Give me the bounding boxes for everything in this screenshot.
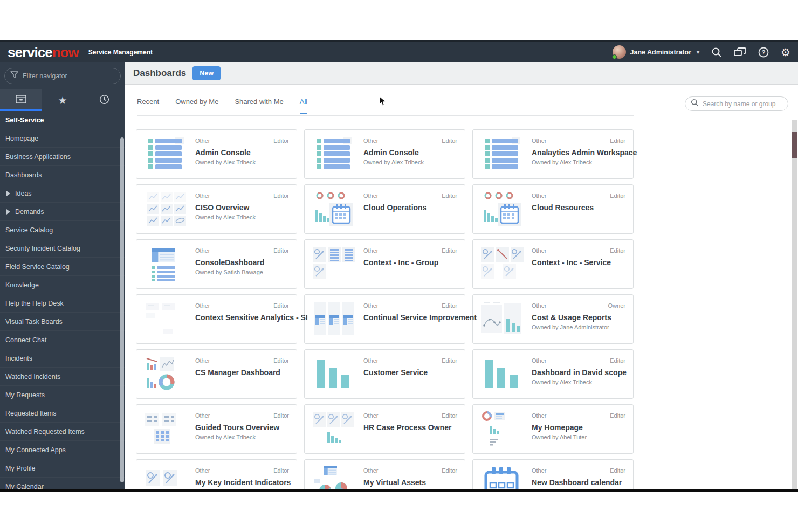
chat-icon[interactable] <box>734 47 746 57</box>
sidebar-item-my-profile[interactable]: My Profile <box>0 459 125 478</box>
card-role-badge: Editor <box>442 192 457 199</box>
dashboard-card-cloud-operations[interactable]: OtherEditorCloud Operations <box>304 184 465 234</box>
dashboard-card-continual-service-improvement[interactable]: OtherEditorContinual Service Improvement <box>304 294 465 344</box>
sidebar-item-label: My Requests <box>5 391 45 399</box>
card-category: Other <box>195 412 210 419</box>
sidebar-item-dashboards[interactable]: Dashboards <box>0 166 125 184</box>
dashboard-card-new-dashboard-calendar[interactable]: OtherEditorNew Dashboard calendar <box>472 459 634 489</box>
sidebar-item-help-the-help-desk[interactable]: Help the Help Desk <box>0 294 125 313</box>
dashboard-card-customer-service[interactable]: OtherEditorCustomer Service <box>304 349 465 399</box>
card-body: OtherEditorNew Dashboard calendar <box>532 466 625 489</box>
sidebar-item-demands[interactable]: Demands <box>0 203 125 221</box>
card-category: Other <box>195 467 210 474</box>
card-role-badge: Editor <box>610 192 625 199</box>
card-role-badge: Editor <box>273 357 289 364</box>
sidebar-item-knowledge[interactable]: Knowledge <box>0 276 125 294</box>
tab-all-applications[interactable] <box>0 89 42 111</box>
tab-shared-with-me[interactable]: Shared with Me <box>235 98 283 114</box>
dashboard-card-hr-case-process-owner[interactable]: OtherEditorHR Case Process Owner <box>304 404 465 454</box>
card-owner: Owned by Alex Tribeck <box>363 159 424 165</box>
table-list-icon <box>144 246 187 282</box>
dashboard-search[interactable] <box>685 96 788 111</box>
sidebar-item-security-incident-catalog[interactable]: Security Incident Catalog <box>0 239 125 258</box>
chart-grid-icon <box>144 191 187 227</box>
search-icon <box>691 99 699 109</box>
card-category: Other <box>532 357 547 364</box>
dashboard-card-dashboard-in-david-scope[interactable]: OtherEditorDashboard in David scopeOwned… <box>472 349 634 399</box>
filter-navigator-input[interactable] <box>23 72 109 80</box>
card-body: OtherEditorAnalaytics Admin WorkspaceOwn… <box>532 136 625 172</box>
dashboard-card-admin-console[interactable]: OtherEditorAdmin ConsoleOwned by Alex Tr… <box>304 129 465 179</box>
logo-text-red: now <box>52 44 79 60</box>
card-title: New Dashboard calendar <box>532 478 622 487</box>
dashboard-card-context-inc-group[interactable]: OtherEditorContext - Inc - Group <box>304 239 465 289</box>
tables-icon <box>312 301 355 337</box>
card-role-badge: Editor <box>610 467 625 474</box>
dashboard-card-cost-usage-reports[interactable]: OtherOwnerCost & Usage ReportsOwned by J… <box>472 294 634 344</box>
content-scrollbar-track[interactable] <box>792 120 797 489</box>
dashboard-card-admin-console[interactable]: OtherEditorAdmin ConsoleOwned by Alex Tr… <box>136 129 297 179</box>
sidebar-item-my-requests[interactable]: My Requests <box>0 386 125 404</box>
dashboard-card-cs-manager-dashboard[interactable]: OtherEditorCS Manager Dashboard <box>136 349 297 399</box>
card-body: OtherEditorCloud Resources <box>532 191 625 227</box>
dashboard-card-analaytics-admin-workspace[interactable]: OtherEditorAnalaytics Admin WorkspaceOwn… <box>472 129 634 179</box>
sidebar-item-label: Service Catalog <box>5 226 53 234</box>
sidebar-item-watched-requested-items[interactable]: Watched Requested Items <box>0 423 125 441</box>
tab-history[interactable] <box>84 89 125 111</box>
content-scrollbar-thumb[interactable] <box>792 132 797 158</box>
dashboard-card-ciso-overview[interactable]: OtherEditorCISO OverviewOwned by Alex Tr… <box>136 184 297 234</box>
dashboard-card-consoledashboard[interactable]: OtherEditorConsoleDashboardOwned by Sati… <box>136 239 297 289</box>
dashboard-card-context-sensitive-analytics-si[interactable]: OtherEditorContext Sensitive Analytics -… <box>136 294 297 344</box>
dashboard-card-my-key-incident-indicators[interactable]: OtherEditorMy Key Incident Indicators <box>136 459 297 489</box>
charts-donut-icon <box>144 356 187 392</box>
sidebar-item-my-calendar[interactable]: My Calendar <box>0 478 125 489</box>
new-dashboard-button[interactable]: New <box>192 66 221 80</box>
tab-favorites[interactable]: ★ <box>42 89 83 111</box>
sidebar-item-business-applications[interactable]: Business Applications <box>0 148 125 166</box>
help-icon[interactable]: ? <box>758 47 769 58</box>
card-category: Other <box>195 192 210 199</box>
avatar[interactable] <box>613 45 626 59</box>
sidebar-item-homepage[interactable]: Homepage <box>0 129 125 148</box>
tab-recent[interactable]: Recent <box>137 98 159 114</box>
tab-owned-by-me[interactable]: Owned by Me <box>175 98 218 114</box>
sidebar-item-visual-task-boards[interactable]: Visual Task Boards <box>0 313 125 331</box>
donuts-calendar-icon <box>480 191 524 227</box>
sidebar-item-field-service-catalog[interactable]: Field Service Catalog <box>0 258 125 276</box>
card-owner: Owned by Alex Tribeck <box>195 214 256 220</box>
tab-all[interactable]: All <box>300 98 307 114</box>
product-name: Service Management <box>88 49 153 56</box>
user-menu[interactable]: Jane Administrator ▾ <box>613 45 699 59</box>
dashboard-card-my-virtual-assets[interactable]: OtherEditorMy Virtual Assets <box>304 459 465 489</box>
gear-icon[interactable]: ⚙ <box>781 47 790 58</box>
sidebar-item-ideas[interactable]: Ideas <box>0 184 125 203</box>
dashes-grid-icon <box>144 411 187 447</box>
dashboard-search-input[interactable] <box>703 100 783 108</box>
dashboard-card-my-homepage[interactable]: OtherEditorMy HomepageOwned by Abel Tute… <box>472 404 634 454</box>
favorites-star-icon: ★ <box>58 95 67 106</box>
card-role-badge: Editor <box>610 412 625 419</box>
search-icon[interactable] <box>711 47 722 58</box>
card-title: Cloud Operations <box>363 203 426 212</box>
filter-navigator[interactable] <box>4 68 121 84</box>
card-category: Other <box>195 302 210 309</box>
sidebar-item-requested-items[interactable]: Requested Items <box>0 404 125 423</box>
sidebar-item-label: My Profile <box>5 465 36 472</box>
sidebar-item-connect-chat[interactable]: Connect Chat <box>0 331 125 349</box>
sidebar-item-watched-incidents[interactable]: Watched Incidents <box>0 368 125 386</box>
sidebar-item-label: Field Service Catalog <box>5 263 70 271</box>
card-role-badge: Editor <box>273 137 289 144</box>
dashboard-card-context-inc-service[interactable]: OtherEditorContext - Inc - Service <box>472 239 634 289</box>
card-title: My Homepage <box>532 423 583 432</box>
sidebar-item-incidents[interactable]: Incidents <box>0 349 125 368</box>
dashboard-card-cloud-resources[interactable]: OtherEditorCloud Resources <box>472 184 634 234</box>
sidebar-item-service-catalog[interactable]: Service Catalog <box>0 221 125 239</box>
sidebar-item-my-connected-apps[interactable]: My Connected Apps <box>0 441 125 459</box>
card-role-badge: Editor <box>610 247 625 254</box>
sidebar-item-label: Watched Incidents <box>5 373 60 381</box>
sidebar-item-label: Dashboards <box>5 171 42 179</box>
tabs-divider <box>137 115 634 116</box>
sidebar-scrollbar[interactable] <box>120 137 124 482</box>
sidebar-item-label: Help the Help Desk <box>5 300 64 307</box>
dashboard-card-guided-tours-overview[interactable]: OtherEditorGuided Tours OverviewOwned by… <box>136 404 297 454</box>
